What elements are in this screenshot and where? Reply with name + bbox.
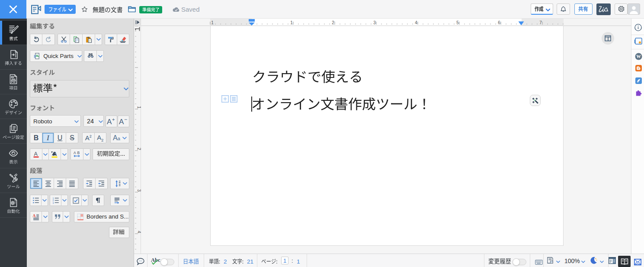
svg-text:A: A — [119, 118, 124, 125]
svg-text:1: 1 — [137, 106, 141, 109]
svg-text:A: A — [34, 151, 38, 157]
svg-text:3: 3 — [373, 20, 376, 25]
svg-text:1: 1 — [290, 20, 293, 25]
svg-text:A: A — [74, 151, 76, 155]
svg-text:+: + — [112, 118, 115, 122]
svg-text:3: 3 — [52, 202, 54, 204]
svg-text:3: 3 — [137, 189, 141, 192]
svg-text:4: 4 — [415, 20, 417, 25]
svg-text:7: 7 — [539, 20, 542, 25]
svg-text:2: 2 — [332, 20, 334, 25]
svg-text:4: 4 — [137, 231, 141, 233]
svg-text:1: 1 — [211, 20, 214, 25]
svg-text:5: 5 — [456, 20, 459, 25]
svg-text:A: A — [32, 213, 36, 218]
svg-text:−: − — [124, 118, 127, 122]
svg-text:W: W — [636, 54, 641, 59]
svg-text:2: 2 — [137, 148, 141, 150]
svg-text:B: B — [77, 151, 80, 155]
svg-text:A: A — [53, 151, 57, 157]
svg-text:6: 6 — [498, 20, 500, 25]
svg-text:A: A — [107, 118, 112, 125]
